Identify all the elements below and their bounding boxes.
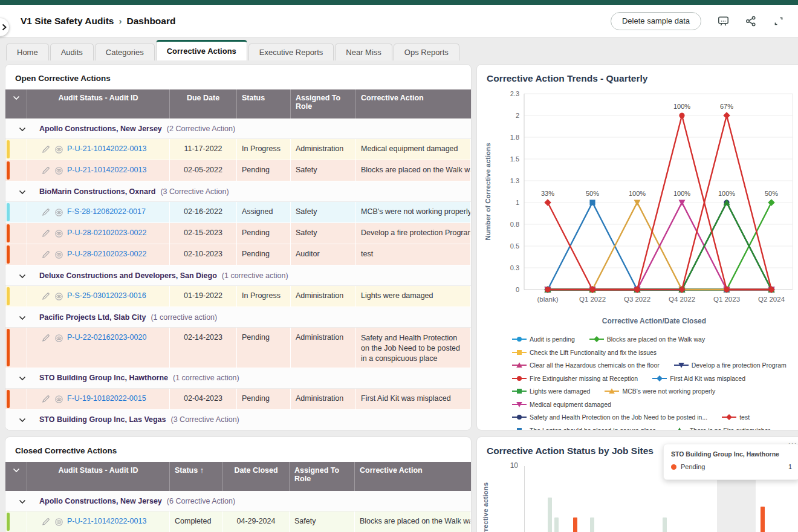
audit-id-link[interactable]: P-S-25-03012023-0016 [67, 291, 146, 300]
legend-item[interactable]: test [722, 412, 750, 423]
table-row[interactable]: P-U-28-02102023-002202-10-2023PendingAud… [5, 244, 471, 265]
audit-id-cell: P-U-21-10142022-0013 [27, 160, 170, 181]
delete-sample-data-button[interactable]: Delete sample data [611, 12, 701, 30]
tab-categories[interactable]: Categories [95, 44, 155, 60]
group-row[interactable]: Pacific Projects Ltd, Slab City(1 correc… [5, 307, 471, 328]
legend-item[interactable]: Develop a fire protection Program [674, 360, 787, 371]
edit-icon[interactable] [42, 208, 51, 217]
chevron-down-icon[interactable] [19, 186, 26, 197]
legend-item[interactable]: Blocks are placed on the Walk way [589, 334, 705, 345]
edit-icon[interactable] [42, 145, 51, 154]
table-row[interactable]: P-U-21-10142022-001302-05-2022PendingSaf… [5, 160, 471, 181]
tab-home[interactable]: Home [6, 44, 49, 60]
edit-icon[interactable] [42, 395, 51, 404]
column-header-action[interactable]: Corrective Action [356, 89, 471, 118]
view-icon[interactable] [54, 517, 63, 527]
edit-icon[interactable] [42, 250, 51, 259]
audit-id-link[interactable]: P-U-28-02102023-0022 [67, 229, 146, 237]
edit-icon[interactable] [42, 166, 51, 175]
table-row[interactable]: P-U-22-02162023-002002-14-2023PendingAdm… [5, 328, 471, 368]
view-icon[interactable] [54, 334, 63, 343]
group-row[interactable]: BioMarin Constructions, Oxnard(3 Correct… [5, 181, 471, 202]
column-header-id[interactable]: Audit Status - Audit ID [27, 89, 170, 118]
expand-icon[interactable] [773, 15, 785, 27]
table-row[interactable]: F-U-19-10182022-001502-04-2023PendingAdm… [5, 389, 471, 410]
chevron-down-icon[interactable] [19, 123, 26, 134]
view-icon[interactable] [54, 395, 63, 404]
legend-item[interactable]: Fire Extinguisher missing at Reception [512, 373, 638, 384]
table-row[interactable]: F-S-28-12062022-001702-16-2022AssignedSa… [5, 202, 471, 223]
column-header-status[interactable]: Status [237, 89, 291, 118]
tab-corrective-actions[interactable]: Corrective Actions [156, 40, 247, 60]
breadcrumb-separator: › [118, 16, 122, 26]
share-icon[interactable] [745, 15, 757, 27]
audit-id-link[interactable]: P-U-21-10142022-0013 [67, 166, 146, 174]
chevron-down-icon[interactable] [19, 312, 26, 323]
view-icon[interactable] [54, 166, 63, 175]
chevron-down-icon[interactable] [19, 270, 26, 281]
bar-completed[interactable] [590, 517, 594, 532]
bar-completed[interactable] [663, 517, 667, 532]
legend-item[interactable]: The Laptop should be placed in secure pl… [512, 425, 658, 431]
view-icon[interactable] [54, 145, 63, 154]
tab-near-miss[interactable]: Near Miss [335, 44, 392, 60]
column-header-role[interactable]: Assigned To Role [291, 89, 356, 118]
legend-item[interactable]: Audit is pending [512, 334, 575, 345]
expand-all-chevron[interactable] [5, 462, 27, 491]
column-header-due[interactable]: Due Date [170, 89, 237, 118]
bar-completed[interactable] [548, 498, 552, 532]
group-row[interactable]: Deluxe Constructions and Developers, San… [5, 265, 471, 286]
column-header-date[interactable]: Date Closed [223, 462, 290, 491]
legend-item[interactable]: Lights were damaged [512, 386, 590, 397]
edit-icon[interactable] [42, 334, 51, 343]
edit-icon[interactable] [42, 292, 51, 301]
bar-completed[interactable] [554, 517, 559, 532]
column-header-action[interactable]: Corrective Action [355, 462, 471, 491]
audit-id-link[interactable]: F-U-19-10182022-0015 [67, 394, 146, 403]
edit-icon[interactable] [42, 517, 51, 527]
chevron-down-icon[interactable] [19, 496, 26, 507]
view-icon[interactable] [54, 208, 63, 217]
audit-id-link[interactable]: F-S-28-12062022-0017 [67, 207, 146, 216]
chevron-down-icon[interactable] [19, 372, 26, 383]
chevron-down-icon[interactable] [19, 414, 26, 425]
group-row[interactable]: STO Building Group Inc, Las Vegas(3 Corr… [5, 410, 471, 430]
tab-executive-reports[interactable]: Executive Reports [248, 44, 334, 60]
tab-ops-reports[interactable]: Ops Reports [394, 44, 459, 60]
legend-marker-icon [672, 425, 687, 431]
action-cell: test [356, 244, 471, 265]
announcement-board-icon[interactable] [717, 15, 729, 27]
view-icon[interactable] [54, 250, 63, 259]
legend-item[interactable]: First Aid Kit was misplaced [652, 373, 745, 384]
audit-id-link[interactable]: P-U-21-10142022-0013 [67, 517, 146, 525]
group-row[interactable]: Apollo Constructions, New Jersey(2 Corre… [5, 118, 471, 139]
audit-id-link[interactable]: P-U-22-02162023-0020 [67, 333, 146, 342]
column-header-id[interactable]: Audit Status - Audit ID [27, 462, 170, 491]
column-header-role[interactable]: Assigned To Role [290, 462, 355, 491]
legend-item[interactable]: MCB's were not working properly [605, 386, 715, 397]
legend-item[interactable]: Check the Lift Functionality and fix the… [512, 347, 657, 358]
action-cell: Lights were damaged [356, 286, 471, 307]
trends-line-chart[interactable]: 00.30.50.811.31.51.822.3(blank)Q1 2022Q3… [477, 86, 798, 430]
table-row[interactable]: P-U-28-02102023-002202-15-2023PendingSaf… [5, 223, 471, 244]
tab-audits[interactable]: Audits [50, 44, 94, 60]
audit-id-link[interactable]: P-U-21-10142022-0013 [67, 144, 146, 153]
legend-item[interactable]: Safety and Health Protection on the Job … [512, 412, 707, 423]
bar-pending[interactable] [761, 507, 765, 532]
group-row[interactable]: STO Building Group Inc, Hawthorne(1 corr… [5, 368, 471, 389]
column-header-status[interactable]: Status ↑ [170, 462, 223, 491]
table-row[interactable]: P-U-21-10142022-001311-17-2022In Progres… [5, 139, 471, 160]
group-row[interactable]: Apollo Constructions, New Jersey(6 Corre… [5, 491, 471, 511]
expand-all-chevron[interactable] [5, 89, 27, 118]
table-row[interactable]: P-S-25-03012023-001601-19-2022In Progres… [5, 286, 471, 307]
audit-id-link[interactable]: P-U-28-02102023-0022 [67, 250, 146, 258]
table-row[interactable]: P-U-21-10142022-0013Completed04-29-2024S… [5, 511, 471, 532]
legend-item[interactable]: Medical equipment damaged [512, 399, 611, 410]
bar-pending[interactable] [573, 517, 577, 532]
view-icon[interactable] [54, 229, 63, 238]
edit-icon[interactable] [42, 229, 51, 238]
legend-item[interactable]: There is no Fire extinguisher. [672, 425, 771, 431]
view-icon[interactable] [54, 292, 63, 301]
legend-item[interactable]: Clear all the Hazardous chemicals on the… [512, 360, 660, 371]
status-cell: Completed [170, 511, 223, 532]
